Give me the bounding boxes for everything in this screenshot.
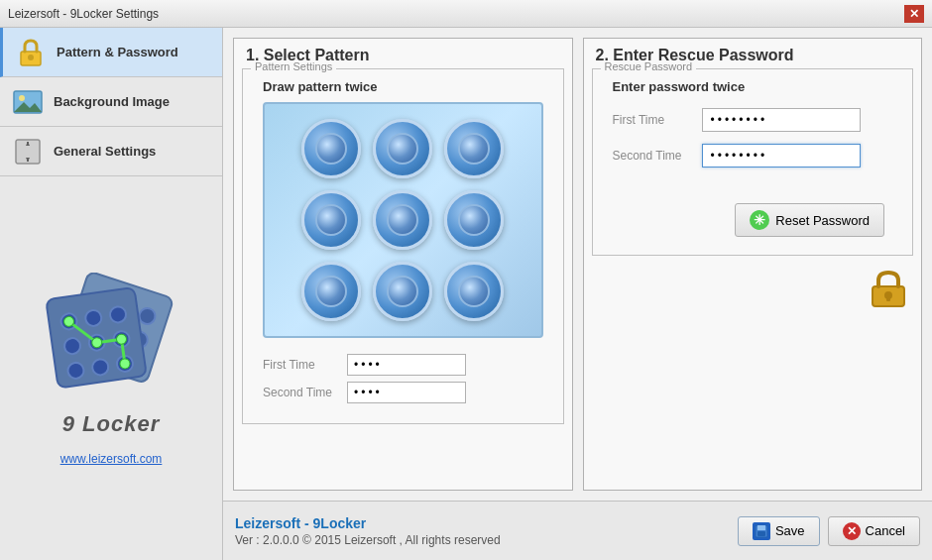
gold-lock-icon xyxy=(871,269,906,308)
pattern-dot-5[interactable] xyxy=(373,190,432,250)
save-button[interactable]: Save xyxy=(738,516,820,546)
pattern-dot-2[interactable] xyxy=(373,119,432,178)
password-panel: 2. Enter Rescue Password Rescue Password… xyxy=(583,38,923,491)
pattern-dot-3[interactable] xyxy=(444,119,504,178)
pattern-second-time-label: Second Time xyxy=(263,386,337,399)
sidebar: Pattern & Password Background Image xyxy=(0,28,223,560)
close-button[interactable]: ✕ xyxy=(904,5,924,23)
rescue-password-group: Rescue Password Enter password twice Fir… xyxy=(592,68,914,256)
password-second-time-input[interactable] xyxy=(702,144,861,168)
sidebar-item-general-settings-label: General Settings xyxy=(54,144,156,159)
svg-rect-41 xyxy=(757,525,765,530)
sidebar-logo: 9 Locker www.leizersoft.com xyxy=(0,176,222,560)
pattern-grid-container[interactable] xyxy=(263,102,543,338)
logo-title: 9 Locker xyxy=(62,411,161,437)
pattern-settings-group: Pattern Settings Draw pattern twice xyxy=(242,68,564,424)
rescue-section-label: Rescue Password xyxy=(601,60,697,72)
reset-password-label: Reset Password xyxy=(775,213,870,228)
sidebar-item-pattern-password[interactable]: Pattern & Password xyxy=(0,28,222,77)
pattern-grid xyxy=(301,119,504,321)
pattern-dot-1[interactable] xyxy=(301,119,361,178)
pattern-panel: 1. Select Pattern Pattern Settings Draw … xyxy=(233,38,573,491)
cancel-icon: ✕ xyxy=(843,522,861,540)
sidebar-item-pattern-password-label: Pattern & Password xyxy=(57,45,178,59)
bottom-brand-area: Leizersoft - 9Locker Ver : 2.0.0.0 © 201… xyxy=(235,515,501,547)
logo-cards xyxy=(42,273,180,401)
svg-point-1 xyxy=(28,55,34,60)
reset-btn-container: ✳ Reset Password xyxy=(601,173,905,247)
pattern-inputs: First Time Second Time xyxy=(251,348,555,415)
title-bar: Leizersoft - 9Locker Settings ✕ xyxy=(0,0,932,28)
pattern-dot-9[interactable] xyxy=(444,262,504,321)
website-link[interactable]: www.leizersoft.com xyxy=(60,452,163,466)
password-second-time-row: Second Time xyxy=(601,138,905,173)
pattern-dot-4[interactable] xyxy=(301,190,361,250)
pattern-dot-8[interactable] xyxy=(373,262,432,321)
bottom-bar: Leizersoft - 9Locker Ver : 2.0.0.0 © 201… xyxy=(223,501,932,560)
pattern-second-time-row: Second Time xyxy=(263,382,543,403)
lock-icon-bottom xyxy=(584,264,922,308)
cancel-button[interactable]: ✕ Cancel xyxy=(828,516,920,546)
reset-icon: ✳ xyxy=(750,210,769,230)
bottom-actions: Save ✕ Cancel xyxy=(738,516,920,546)
svg-point-24 xyxy=(63,337,81,355)
svg-point-22 xyxy=(84,309,102,327)
rescue-instruction: Enter password twice xyxy=(601,75,905,102)
password-second-time-label: Second Time xyxy=(613,149,692,163)
content-area: 1. Select Pattern Pattern Settings Draw … xyxy=(223,28,932,560)
password-first-time-row: First Time xyxy=(601,102,905,138)
pattern-dot-6[interactable] xyxy=(444,190,504,250)
sidebar-item-general-settings[interactable]: General Settings xyxy=(0,127,222,176)
pattern-instruction: Draw pattern twice xyxy=(251,75,555,102)
title-bar-text: Leizersoft - 9Locker Settings xyxy=(8,7,159,21)
password-first-time-input[interactable] xyxy=(702,108,861,132)
reset-password-button[interactable]: ✳ Reset Password xyxy=(735,203,884,237)
svg-rect-39 xyxy=(886,295,890,301)
sidebar-item-background-image[interactable]: Background Image xyxy=(0,77,222,127)
pattern-first-time-label: First Time xyxy=(263,358,337,372)
svg-point-28 xyxy=(91,358,109,376)
main-container: Pattern & Password Background Image xyxy=(0,28,932,560)
pattern-first-time-input[interactable] xyxy=(347,354,466,376)
cancel-label: Cancel xyxy=(866,523,905,538)
save-label: Save xyxy=(775,523,805,538)
pattern-settings-label: Pattern Settings xyxy=(251,60,336,72)
svg-point-3 xyxy=(19,95,25,101)
image-icon xyxy=(12,86,44,118)
pattern-first-time-row: First Time xyxy=(263,354,543,376)
svg-point-23 xyxy=(109,305,127,323)
password-first-time-label: First Time xyxy=(613,113,692,127)
pattern-second-time-input[interactable] xyxy=(347,382,466,403)
svg-rect-42 xyxy=(757,531,765,536)
content-panels: 1. Select Pattern Pattern Settings Draw … xyxy=(223,28,932,501)
lock-icon xyxy=(15,37,47,68)
svg-point-27 xyxy=(66,362,84,380)
bottom-brand: Leizersoft - 9Locker xyxy=(235,515,501,531)
settings-icon xyxy=(12,136,44,168)
pattern-dot-7[interactable] xyxy=(301,262,361,321)
save-icon xyxy=(753,522,770,540)
sidebar-item-background-image-label: Background Image xyxy=(54,94,170,109)
bottom-version: Ver : 2.0.0.0 © 2015 Leizersoft , All ri… xyxy=(235,533,501,547)
